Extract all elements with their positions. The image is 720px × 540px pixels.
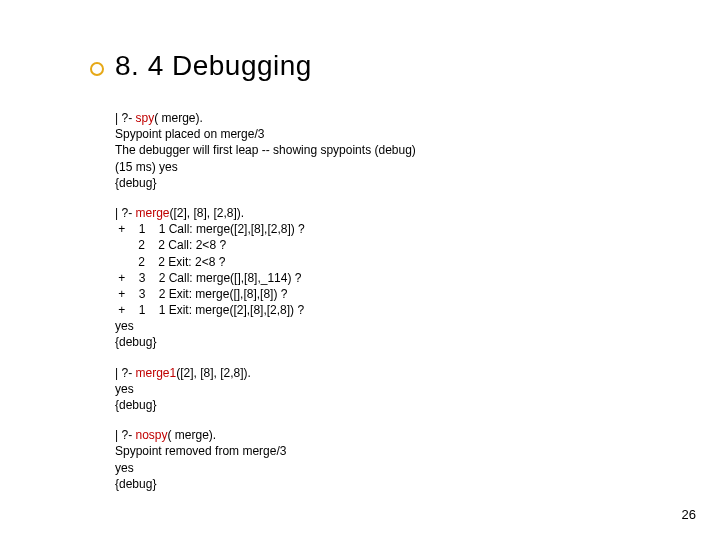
code-rest: ( merge). Spypoint placed on merge/3 The… xyxy=(115,111,416,190)
code-block-4: | ?- nospy( merge). Spypoint removed fro… xyxy=(115,427,720,492)
code-block-2: | ?- merge([2], [8], [2,8]). + 1 1 Call:… xyxy=(115,205,720,351)
keyword-merge: merge xyxy=(135,206,169,220)
prompt: | ?- xyxy=(115,366,135,380)
prompt: | ?- xyxy=(115,428,135,442)
page-number: 26 xyxy=(682,507,696,522)
bullet-icon xyxy=(90,62,104,76)
slide: 8. 4 Debugging | ?- spy( merge). Spypoin… xyxy=(0,0,720,540)
prompt: | ?- xyxy=(115,206,135,220)
code-rest: ([2], [8], [2,8]). + 1 1 Call: merge([2]… xyxy=(115,206,305,350)
keyword-nospy: nospy xyxy=(135,428,167,442)
keyword-merge1: merge1 xyxy=(135,366,176,380)
keyword-spy: spy xyxy=(135,111,154,125)
code-block-1: | ?- spy( merge). Spypoint placed on mer… xyxy=(115,110,720,191)
prompt: | ?- xyxy=(115,111,135,125)
slide-title: 8. 4 Debugging xyxy=(115,50,720,82)
code-block-3: | ?- merge1([2], [8], [2,8]). yes {debug… xyxy=(115,365,720,414)
